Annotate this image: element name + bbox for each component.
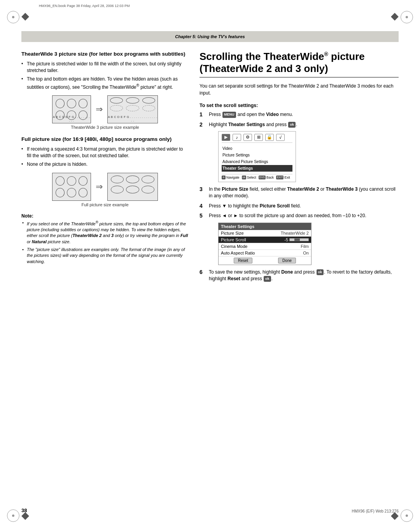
nav-exit: EXIT Exit — [276, 176, 290, 179]
step-4: 4 Press ▼ to highlight the Picture Scrol… — [200, 203, 399, 209]
bullet-item: The picture is stretched wider to fill t… — [21, 61, 189, 74]
ok-nav-icon: ok — [242, 176, 246, 179]
circle — [126, 97, 139, 104]
scroll-bar-wrap: -5 — [284, 237, 309, 242]
step-text-4: Press ▼ to highlight the Picture Scroll … — [209, 203, 399, 209]
step-text-2: Highlight Theater Settings and press ok. — [209, 121, 399, 128]
step-num-1: 1 — [200, 111, 206, 118]
theater-settings-table: Theater Settings Picture Size TheaterWid… — [218, 223, 312, 265]
section2-bullets: If receiving a squeezed 4:3 format progr… — [21, 146, 189, 168]
menu-row-video: Video — [222, 145, 292, 152]
done-button[interactable]: Done — [278, 258, 296, 263]
step-num-6: 6 — [200, 269, 206, 275]
nav-navigate: ✛ Navigate — [222, 176, 240, 179]
step-2: 2 Highlight Theater Settings and press o… — [200, 121, 399, 128]
circle — [142, 176, 154, 183]
circle — [67, 99, 76, 108]
reg-mark-tr — [401, 11, 413, 23]
note-section: Note: If you select one of the TheaterWi… — [21, 213, 189, 265]
circle — [126, 176, 139, 183]
nav-back: DVS Back — [259, 176, 274, 179]
step-1: 1 Press MENU and open the Video menu. — [200, 111, 399, 118]
theater-settings-item: Theater Settings Picture Size TheaterWid… — [209, 223, 399, 265]
section-full-picture: Full picture size (for 16:9 [480i, 480p]… — [21, 136, 189, 207]
arrow-right-full: ⇒ — [96, 183, 103, 191]
full-diagram: ⇒ — [21, 173, 189, 201]
settings-row-picture-size: Picture Size TheaterWide 2 — [219, 230, 311, 237]
diagram-box-left: A B C D E F G . . . . . . . . . . . — [52, 95, 91, 123]
bullet-item: If receiving a squeezed 4:3 format progr… — [21, 146, 189, 160]
settings-row-cinema: Cinema Mode Film — [219, 243, 311, 250]
settings-table-header: Theater Settings — [219, 223, 311, 230]
circle — [126, 186, 139, 193]
section2-title: Full picture size (for 16:9 [480i, 480p]… — [21, 136, 189, 143]
circle — [67, 176, 76, 186]
full-diagram-caption: Full picture size example — [21, 202, 189, 207]
ok-btn-icon-6b: ok — [264, 276, 271, 282]
circle — [110, 105, 123, 111]
note-list: If you select one of the TheaterWide® pi… — [21, 220, 189, 265]
circle — [79, 188, 88, 197]
intro-text: You can set separate scroll settings for… — [200, 83, 399, 97]
note-item: If you select one of the TheaterWide® pi… — [21, 220, 189, 245]
diamond-tr — [391, 13, 399, 21]
value-cinema-mode: Film — [301, 244, 309, 249]
step-num-4: 4 — [200, 203, 206, 209]
circle — [79, 99, 88, 108]
bullet-item: None of the picture is hidden. — [21, 161, 189, 168]
label-picture-scroll: Picture Scroll — [221, 237, 246, 242]
reg-mark-bl — [7, 509, 19, 522]
diamond-bl — [21, 512, 29, 520]
left-column: TheaterWide 3 picture size (for letter b… — [21, 51, 189, 285]
ok-btn-icon: ok — [288, 122, 296, 128]
label-auto-aspect: Auto Aspect Ratio — [221, 251, 255, 255]
menu-row-advanced: Advanced Picture Settings — [222, 158, 292, 165]
page: HMX96_EN.book Page 38 Friday, April 28, … — [0, 4, 420, 525]
right-column: Scrolling the TheaterWide® picture (Thea… — [200, 51, 399, 285]
chapter-header: Chapter 5: Using the TV's features — [21, 31, 399, 42]
footer-code: HMX96 (E/F) Web 213:276 — [352, 509, 399, 513]
page-number: 38 — [21, 507, 27, 513]
diagram-box-right-tw: A B C D E F G . . . . . . . . . . . . . … — [107, 95, 158, 123]
dpad-icon: ✛ — [222, 176, 226, 179]
menu-icon-lock: 🔒 — [265, 134, 274, 141]
step-3: 3 In the Picture Size field, select eith… — [200, 186, 399, 200]
note-item: The "picture size" illustrations are exa… — [21, 247, 189, 265]
note-label: Note: — [21, 213, 189, 219]
diagram-box-right-full — [107, 173, 158, 201]
value-picture-scroll: -5 — [284, 237, 309, 242]
menu-icon-video: ▶ — [222, 134, 230, 141]
circle — [56, 176, 65, 186]
circle — [142, 97, 155, 104]
menu-icon-info: √ — [276, 134, 285, 141]
settings-row-auto-aspect: Auto Aspect Ratio On — [219, 250, 311, 256]
section-theaterwide3: TheaterWide 3 picture size (for letter b… — [21, 51, 189, 130]
circle — [142, 105, 155, 111]
diamond-tl — [21, 13, 29, 21]
reg-mark-tl — [7, 11, 19, 23]
step-text-5: Press ◄ or ► to scroll the picture up an… — [209, 212, 399, 219]
tw3-diagram: A B C D E F G . . . . . . . . . . . ⇒ — [21, 95, 189, 123]
step-5: 5 Press ◄ or ► to scroll the picture up … — [200, 212, 399, 219]
menu-icon-time: ⊞ — [254, 134, 263, 141]
menu-screenshot-item: ▶ ♪ ⚙ ⊞ 🔒 √ Video Picture Settings Advan… — [209, 131, 399, 182]
step-text-3: In the Picture Size field, select either… — [209, 186, 399, 200]
step-6: 6 To save the new settings, highlight Do… — [200, 269, 399, 283]
circle — [79, 176, 88, 186]
exit-icon: EXIT — [276, 176, 284, 179]
menu-btn-icon: MENU — [222, 112, 236, 118]
label-cinema-mode: Cinema Mode — [221, 244, 247, 249]
step-num-3: 3 — [200, 186, 206, 192]
file-info: HMX96_EN.book Page 38 Friday, April 28, … — [39, 4, 399, 8]
circle — [56, 188, 65, 197]
circle — [111, 186, 124, 193]
nav-select: ok Select — [242, 176, 256, 179]
diamond-br — [391, 512, 399, 520]
scroll-bar-thumb — [294, 239, 300, 241]
reset-button[interactable]: Reset — [234, 258, 252, 263]
section1-bullets: The picture is stretched wider to fill t… — [21, 61, 189, 91]
settings-btn-row: Reset Done — [219, 256, 311, 265]
circle — [56, 99, 65, 108]
circle — [110, 97, 123, 104]
menu-icon-row: ▶ ♪ ⚙ ⊞ 🔒 √ — [222, 134, 292, 143]
